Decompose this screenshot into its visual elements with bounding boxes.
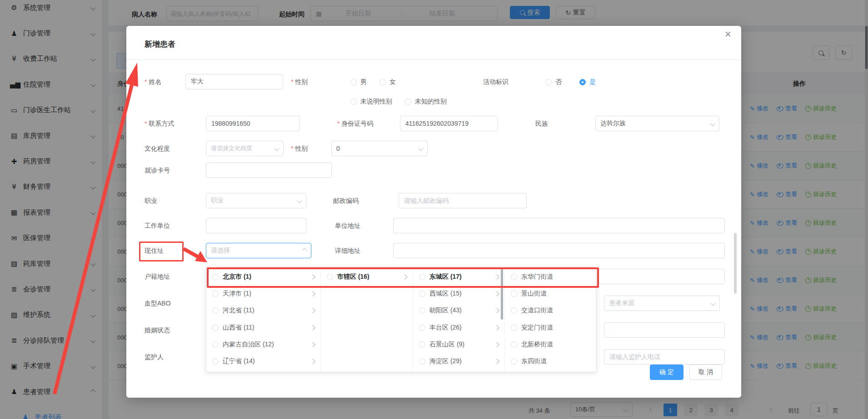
close-icon[interactable]: ✕ xyxy=(724,30,732,39)
gender-radio[interactable]: 未知的性别 xyxy=(405,98,447,106)
radio-icon xyxy=(212,341,219,348)
cascade-option[interactable]: 西城区 (15) xyxy=(413,285,504,302)
cascade-option[interactable]: 朝阳区 (43) xyxy=(413,302,504,319)
chevron-right-icon xyxy=(310,359,315,364)
ethnicity-label: 民族 xyxy=(535,120,548,128)
cascade-scrollbar-thumb[interactable] xyxy=(501,269,503,320)
chevron-down-icon xyxy=(274,146,279,151)
gender-radio[interactable]: 女 xyxy=(379,78,396,86)
radio-icon xyxy=(419,358,425,365)
modal-title: 新增患者 xyxy=(145,39,175,49)
detail-address-label: 详细地址 xyxy=(335,247,360,255)
active-flag-label: 活动标识 xyxy=(483,78,509,86)
patient-source-select[interactable]: 患者来源 xyxy=(604,296,720,311)
radio-icon xyxy=(511,358,517,365)
household-address-label: 户籍地址 xyxy=(145,273,170,281)
radio-icon xyxy=(212,358,219,365)
chevron-down-icon xyxy=(297,198,302,203)
radio-icon xyxy=(405,99,411,105)
chevron-right-icon xyxy=(494,359,499,364)
cancel-button[interactable]: 取 消 xyxy=(689,365,722,380)
cascade-option[interactable]: 景山街道 xyxy=(505,285,596,302)
chevron-up-icon xyxy=(302,248,307,253)
cascade-option[interactable]: 东城区 (17) xyxy=(413,268,504,285)
name-input[interactable] xyxy=(185,74,283,89)
radio-icon xyxy=(511,325,517,331)
chevron-down-icon xyxy=(710,121,715,126)
idcard-input[interactable] xyxy=(400,116,498,131)
marital-extra-input[interactable] xyxy=(604,322,725,338)
cascade-option[interactable]: 丰台区 (26) xyxy=(413,319,504,336)
cascade-option[interactable]: 东四街道 xyxy=(505,353,596,370)
chevron-right-icon xyxy=(402,274,407,279)
modal-divider xyxy=(126,59,741,60)
chevron-right-icon xyxy=(310,291,315,296)
radio-icon xyxy=(379,79,386,85)
marital-status-label: 婚姻状态 xyxy=(145,326,170,335)
unit-address-label: 单位地址 xyxy=(335,222,360,230)
gender-radio[interactable]: 未说明性别 xyxy=(350,98,392,106)
radio-icon xyxy=(212,291,219,297)
cascade-option[interactable]: 交道口街道 xyxy=(505,302,596,319)
chevron-right-icon xyxy=(494,308,499,313)
gender-radio[interactable]: 男 xyxy=(350,78,367,86)
gender2-label: 性别 xyxy=(291,145,308,153)
radio-icon xyxy=(511,291,517,297)
cascade-option[interactable]: 辽宁省 (14) xyxy=(206,353,320,370)
chevron-right-icon xyxy=(494,291,499,296)
chevron-right-icon xyxy=(310,325,315,330)
radio-icon xyxy=(327,274,333,280)
chevron-right-icon xyxy=(494,325,499,330)
cascade-option[interactable]: 内蒙古自治区 (12) xyxy=(206,336,320,353)
ethnicity-select[interactable]: 达斡尔族 xyxy=(595,116,719,131)
radio-icon xyxy=(511,341,517,348)
confirm-button[interactable]: 确 定 xyxy=(650,365,683,380)
cascade-city-column: 市辖区 (16) xyxy=(321,267,413,372)
cascade-province-column: 北京市 (1) 天津市 (1) 河北省 (11) 山西省 (11) xyxy=(206,267,321,372)
chevron-down-icon xyxy=(710,301,715,306)
active-yes-radio[interactable]: 是 xyxy=(579,78,596,86)
unit-address-input[interactable] xyxy=(393,218,725,233)
card-no-input[interactable] xyxy=(206,163,332,178)
cascade-option[interactable]: 安定门街道 xyxy=(505,319,596,336)
contact-label: 联系方式 xyxy=(145,120,174,128)
current-address-select[interactable]: 请选择 xyxy=(206,243,311,258)
cascade-option[interactable]: 北新桥街道 xyxy=(505,336,596,353)
education-select[interactable]: 请选择文化程度 xyxy=(206,141,284,156)
work-unit-label: 工作单位 xyxy=(145,222,170,230)
radio-icon xyxy=(212,274,219,280)
gender2-select[interactable]: 0 xyxy=(331,141,428,156)
chevron-right-icon xyxy=(494,274,499,279)
modal-scrollbar-thumb[interactable] xyxy=(734,233,737,294)
cascade-option[interactable]: 石景山区 (9) xyxy=(413,336,504,353)
postal-label: 邮政编码 xyxy=(333,197,359,205)
detail-address-input[interactable] xyxy=(393,243,725,258)
radio-icon xyxy=(511,307,517,314)
name-label: 姓名 xyxy=(145,78,161,86)
radio-icon xyxy=(511,274,517,280)
gender-label: 性别 xyxy=(291,78,308,86)
cascade-option[interactable]: 东华门街道 xyxy=(505,268,596,285)
occupation-select[interactable]: 职业 xyxy=(206,193,306,208)
chevron-right-icon xyxy=(494,342,499,347)
radio-icon xyxy=(545,79,552,85)
cascade-option[interactable]: 北京市 (1) xyxy=(206,268,320,285)
radio-icon xyxy=(579,79,586,85)
guardian-phone-input[interactable] xyxy=(604,349,725,365)
cascade-option[interactable]: 山西省 (11) xyxy=(206,319,320,336)
cascade-option[interactable]: 天津市 (1) xyxy=(206,285,320,302)
active-no-radio[interactable]: 否 xyxy=(545,78,562,86)
radio-icon xyxy=(350,99,357,105)
cascade-option[interactable]: 河北省 (11) xyxy=(206,302,320,319)
work-unit-input[interactable] xyxy=(206,218,306,233)
chevron-right-icon xyxy=(310,274,315,279)
chevron-down-icon xyxy=(418,146,423,151)
contact-input[interactable] xyxy=(206,116,300,131)
radio-icon xyxy=(419,325,425,331)
chevron-right-icon xyxy=(310,342,315,347)
postal-input[interactable] xyxy=(399,193,527,208)
radio-icon xyxy=(419,341,425,348)
cascade-option[interactable]: 市辖区 (16) xyxy=(321,268,413,285)
cascade-option[interactable]: 海淀区 (29) xyxy=(413,353,504,370)
radio-icon xyxy=(419,274,425,280)
